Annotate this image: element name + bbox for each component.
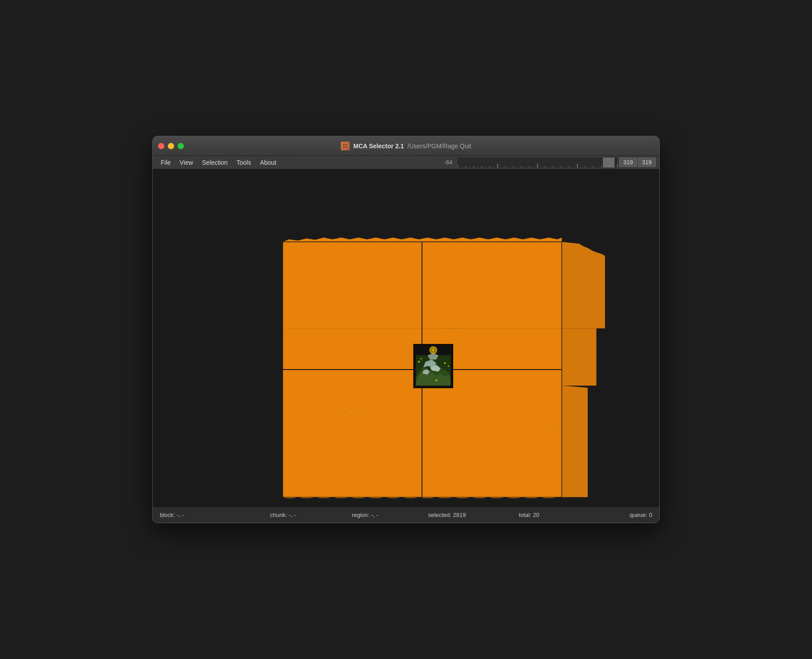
menu-view[interactable]: View bbox=[175, 157, 198, 168]
app-icon bbox=[341, 142, 349, 151]
svg-rect-61 bbox=[523, 268, 524, 269]
menu-file[interactable]: File bbox=[156, 157, 175, 168]
svg-rect-27 bbox=[603, 158, 614, 167]
svg-rect-52 bbox=[345, 411, 347, 413]
menu-tools[interactable]: Tools bbox=[232, 157, 256, 168]
titlebar-center: MCA Selector 2.1 /Users/PGM/Rage Quit bbox=[341, 142, 471, 151]
svg-rect-3 bbox=[343, 146, 345, 148]
svg-rect-56 bbox=[343, 407, 345, 408]
status-total: total: 20 bbox=[488, 512, 570, 518]
svg-rect-60 bbox=[519, 264, 520, 266]
svg-rect-1 bbox=[343, 144, 345, 146]
svg-point-66 bbox=[432, 349, 434, 351]
window-subtitle: /Users/PGM/Rage Quit bbox=[407, 142, 471, 150]
svg-marker-38 bbox=[562, 242, 605, 328]
svg-rect-59 bbox=[553, 431, 555, 433]
svg-rect-54 bbox=[354, 411, 355, 412]
world-map-svg bbox=[153, 169, 659, 507]
menu-about[interactable]: About bbox=[256, 157, 281, 168]
svg-point-77 bbox=[435, 379, 437, 381]
coord-box-1: 319 bbox=[619, 158, 637, 167]
status-block: block: -, - bbox=[160, 512, 242, 518]
svg-point-75 bbox=[444, 362, 446, 364]
svg-rect-51 bbox=[341, 409, 343, 411]
titlebar: MCA Selector 2.1 /Users/PGM/Rage Quit bbox=[153, 136, 659, 156]
ruler-area bbox=[458, 158, 617, 167]
ruler bbox=[458, 158, 617, 167]
close-button[interactable] bbox=[158, 143, 164, 149]
minimize-button[interactable] bbox=[168, 143, 174, 149]
menubar: File View Selection Tools About -64 bbox=[153, 156, 659, 169]
svg-rect-2 bbox=[345, 144, 347, 146]
svg-rect-58 bbox=[557, 428, 559, 429]
map-canvas[interactable] bbox=[153, 169, 659, 507]
svg-point-74 bbox=[421, 358, 422, 359]
statusbar: block: -, - chunk: -, - region: -, - sel… bbox=[153, 507, 659, 523]
maximize-button[interactable] bbox=[178, 143, 184, 149]
status-selected: selected: 2819 bbox=[406, 512, 488, 518]
coord-box-2: 319 bbox=[638, 158, 656, 167]
status-queue: queue: 0 bbox=[570, 512, 652, 518]
svg-marker-40 bbox=[562, 386, 588, 497]
svg-point-73 bbox=[418, 361, 420, 363]
status-region: region: -, - bbox=[324, 512, 406, 518]
svg-rect-4 bbox=[345, 146, 347, 148]
svg-point-76 bbox=[448, 366, 449, 367]
window-title: MCA Selector 2.1 bbox=[353, 142, 404, 150]
menu-selection[interactable]: Selection bbox=[198, 157, 232, 168]
svg-marker-39 bbox=[562, 329, 597, 386]
status-chunk: chunk: -, - bbox=[242, 512, 324, 518]
app-window: MCA Selector 2.1 /Users/PGM/Rage Quit Fi… bbox=[152, 136, 660, 523]
svg-rect-53 bbox=[350, 408, 352, 410]
window-controls bbox=[158, 143, 184, 149]
svg-rect-55 bbox=[358, 409, 360, 411]
coord-display: -64 bbox=[440, 158, 456, 167]
main-content bbox=[153, 169, 659, 507]
svg-rect-57 bbox=[555, 424, 557, 426]
svg-rect-62 bbox=[527, 265, 529, 267]
coord-x-label: -64 bbox=[440, 158, 456, 167]
